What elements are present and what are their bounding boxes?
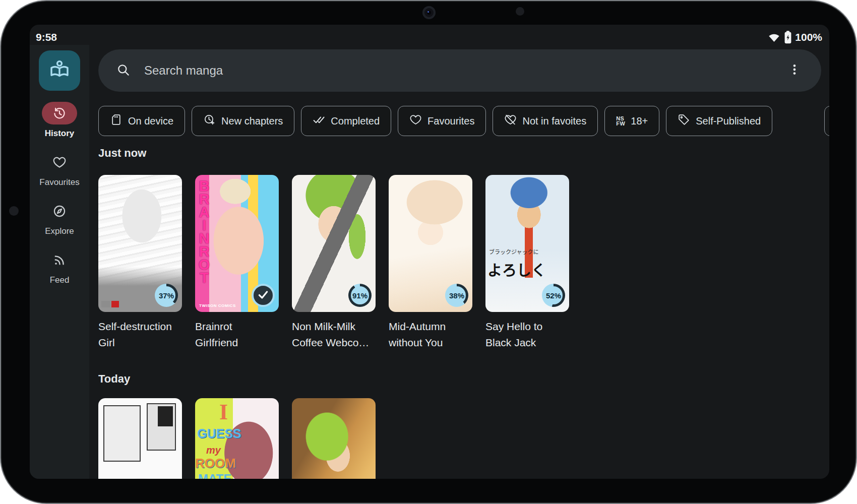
chip-label: New chapters (221, 115, 283, 127)
battery-charging-icon (784, 31, 791, 44)
chip-label: Self-Published (696, 115, 761, 127)
sidebar-item-history[interactable]: History (42, 102, 77, 139)
status-icons: 100% (767, 31, 822, 44)
manga-cover: BRAINROT TWISON COMICS (195, 175, 279, 312)
light-sensor (516, 7, 524, 16)
app-logo-button[interactable] (39, 50, 80, 91)
manga-card-say-hello-to-black-jack[interactable]: ブラックジャックに よろしく 52% Say Hello to Black Ja… (485, 175, 569, 351)
double-check-icon (313, 113, 325, 129)
cover-jp-text-small: ブラックジャックに (489, 247, 538, 256)
cover-title-text: I (219, 399, 228, 425)
cover-logo-mark (111, 301, 119, 307)
manga-card-today-3[interactable] (292, 398, 376, 479)
manga-cover (98, 398, 182, 479)
manga-title: Mid-Autumn without You (389, 319, 472, 351)
cover-publisher-text: TWISON COMICS (199, 303, 236, 308)
sidebar-item-label: Feed (50, 275, 70, 285)
cover-jp-text-large: よろしく (487, 259, 546, 280)
history-row-today: I GUESS my ROOM MATE (98, 398, 829, 479)
search-placeholder: Search manga (144, 64, 772, 78)
manga-cover: 91% (292, 175, 376, 312)
manga-cover (292, 398, 376, 479)
filter-chip-on-device[interactable]: On device (98, 106, 185, 136)
history-row-just-now: 37% Self-destruction Girl BRAINROT TWISO… (98, 175, 829, 351)
manga-card-brainrot-girlfriend[interactable]: BRAINROT TWISON COMICS (195, 175, 279, 351)
rss-icon (42, 248, 77, 271)
filter-chip-row: On device New chapters (98, 106, 829, 136)
chip-label: 18+ (631, 115, 648, 127)
filter-chip-clipped[interactable]: C (824, 106, 829, 136)
navigation-rail: History Favourites (30, 45, 89, 479)
progress-badge: 52% (542, 284, 565, 307)
cover-title-text: BRAINROT (196, 178, 212, 311)
comic-sketch (113, 474, 169, 479)
heart-off-icon (504, 113, 517, 129)
front-camera (422, 6, 436, 19)
search-bar[interactable]: Search manga (98, 49, 821, 92)
sidebar-item-label: History (45, 129, 75, 139)
section-title-today: Today (98, 371, 829, 387)
manga-cover: 38% (389, 175, 472, 312)
clock-plus-icon (203, 113, 216, 129)
book-reader-icon (47, 57, 72, 84)
cover-publisher-mark (101, 301, 110, 307)
chip-label: Not in favoites (522, 115, 586, 127)
filter-chip-18plus[interactable]: NSFW 18+ (604, 106, 659, 136)
manga-card-mid-autumn-without-you[interactable]: 38% Mid-Autumn without You (389, 175, 472, 351)
search-icon (116, 63, 130, 79)
chip-label: On device (128, 115, 173, 127)
progress-badge: 91% (348, 284, 372, 307)
comic-panel (158, 406, 173, 426)
heart-icon (42, 151, 77, 173)
manga-card-today-1[interactable] (98, 398, 182, 479)
manga-title: Self-destruction Girl (98, 319, 182, 351)
screen-body: History Favourites (30, 45, 829, 479)
status-bar: 9:58 100% (30, 25, 829, 45)
tag-icon (678, 113, 690, 129)
sidebar-item-label: Explore (45, 226, 74, 236)
filter-chip-not-in-favourites[interactable]: Not in favoites (493, 106, 598, 136)
overflow-menu-button[interactable] (786, 61, 803, 80)
cover-title-text: ROOM (195, 456, 236, 471)
sidebar-item-favourites[interactable]: Favourites (39, 151, 79, 187)
sidebar-item-explore[interactable]: Explore (42, 200, 77, 236)
filter-chip-completed[interactable]: Completed (301, 106, 391, 136)
completed-badge (252, 284, 275, 307)
nsfw-icon: NSFW (616, 116, 625, 126)
cover-title-text: GUESS (197, 426, 241, 441)
sidebar-item-feed[interactable]: Feed (42, 248, 77, 285)
filter-chip-favourites[interactable]: Favourites (398, 106, 486, 136)
manga-title: Say Hello to Black Jack (485, 319, 569, 351)
completed-check-icon (257, 288, 270, 303)
history-icon (42, 102, 77, 124)
comic-panel (103, 405, 141, 462)
side-camera (9, 206, 19, 216)
cover-title-text: MATE (198, 472, 231, 479)
manga-cover: 37% (98, 175, 182, 312)
filter-chip-self-published[interactable]: Self-Published (666, 106, 772, 136)
manga-cover: ブラックジャックに よろしく 52% (485, 175, 569, 312)
manga-card-today-2[interactable]: I GUESS my ROOM MATE (195, 398, 279, 479)
status-time: 9:58 (36, 31, 57, 43)
manga-cover: I GUESS my ROOM MATE (195, 398, 279, 479)
app-screen: 9:58 100% (30, 25, 829, 479)
cover-title-text: my (206, 445, 221, 456)
manga-card-self-destruction-girl[interactable]: 37% Self-destruction Girl (98, 175, 182, 351)
manga-card-non-milk-milk-coffee[interactable]: 91% Non Milk-Milk Coffee Webco… (292, 175, 376, 351)
sidebar-item-label: Favourites (39, 177, 79, 187)
progress-badge: 38% (445, 284, 468, 307)
filter-chip-new-chapters[interactable]: New chapters (192, 106, 294, 136)
tablet-device: 9:58 100% (0, 0, 857, 504)
chip-label: Completed (331, 115, 380, 127)
heart-icon (409, 113, 422, 129)
compass-icon (42, 200, 77, 222)
main-content: Search manga (89, 45, 829, 479)
manga-title: Non Milk-Milk Coffee Webco… (292, 319, 376, 351)
battery-percent: 100% (795, 31, 822, 43)
chip-label: Favourites (427, 115, 474, 127)
wifi-icon (767, 31, 781, 43)
sd-card-icon (110, 113, 123, 129)
manga-title: Brainrot Girlfriend (195, 319, 279, 351)
progress-badge: 37% (155, 284, 178, 307)
section-title-just-now: Just now (98, 146, 829, 161)
